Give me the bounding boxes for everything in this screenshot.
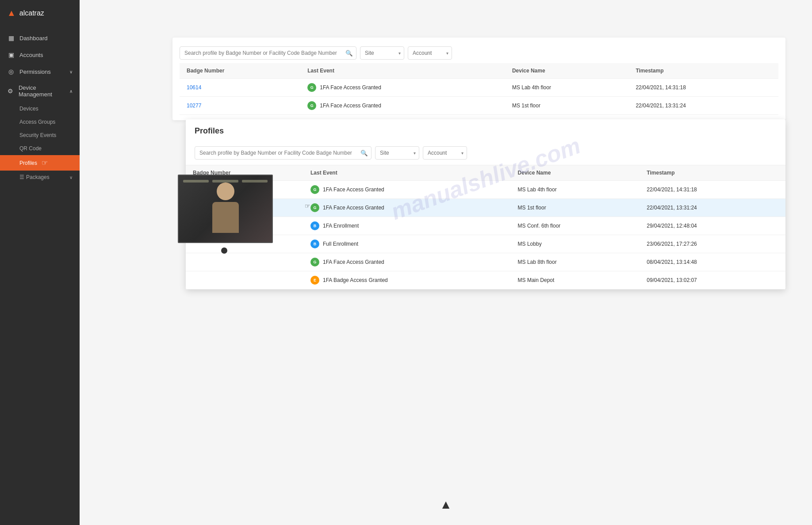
badge-link[interactable]: 10614 (187, 84, 201, 91)
event-label: 1FA Face Access Granted (323, 259, 384, 265)
bg-search-bar: 🔍 Site Account (180, 43, 778, 63)
profiles-account-select[interactable]: Account (423, 146, 467, 160)
sidebar-nav: ▦ Dashboard ▣ Accounts ◎ Permissions ∨ ⚙… (0, 26, 80, 187)
device-name: MS 1st floor (511, 199, 640, 217)
sub-item-label: Security Events (19, 132, 56, 138)
permissions-icon: ◎ (7, 68, 15, 76)
timestamp: 29/04/2021, 12:48:04 (640, 217, 785, 235)
chevron-down-icon: ∨ (69, 69, 73, 74)
sidebar-sub-packages[interactable]: ☰ Packages ∨ (0, 171, 80, 184)
chevron-down-icon: ∨ (69, 175, 73, 180)
dashboard-icon: ▦ (7, 34, 15, 42)
sub-item-label: Access Groups (19, 119, 55, 125)
video-indicator-dot (221, 247, 227, 254)
profiles-site-select[interactable]: Site (375, 146, 419, 160)
status-dot: G (307, 83, 316, 92)
table-row[interactable]: G 1FA Face Access Granted MS Lab 8th flo… (186, 253, 785, 271)
sidebar-item-accounts[interactable]: ▣ Accounts (0, 46, 80, 63)
person-head (217, 183, 234, 200)
sidebar-sub-security-events[interactable]: Security Events (0, 129, 80, 142)
event-label: 1FA Enrollment (323, 223, 359, 229)
device-name: MS Lobby (511, 235, 640, 253)
status-dot-blue: B (310, 240, 319, 248)
event-cell: G 1FA Face Access Granted (307, 101, 498, 110)
table-row[interactable]: B 1FA Enrollment MS Conf. 6th floor 29/0… (186, 217, 785, 235)
sidebar-item-label: Accounts (19, 52, 43, 58)
sidebar-item-permissions[interactable]: ◎ Permissions ∨ (0, 63, 80, 80)
event-cell: G 1FA Face Access Granted (307, 83, 498, 92)
sidebar-item-label: Dashboard (19, 35, 48, 42)
timestamp: 08/04/2021, 13:14:48 (640, 253, 785, 271)
profiles-panel: Profiles 🔍 Site Account (186, 119, 785, 289)
profiles-search-bar: 🔍 Site Account (186, 141, 785, 165)
bg-account-select[interactable]: Account (408, 46, 452, 60)
sidebar-sub-qr-code[interactable]: QR Code (0, 142, 80, 155)
sub-item-label: Packages (26, 174, 50, 180)
timestamp: 09/04/2021, 13:02:07 (640, 271, 785, 289)
event-label: 1FA Face Access Granted (323, 205, 384, 211)
table-row[interactable]: 10614 G 1FA Face Access Granted MS Lab 4… (180, 79, 778, 97)
sidebar-item-device-management[interactable]: ⚙ Device Management ∧ (0, 80, 80, 102)
device-name: MS 1st floor (505, 97, 629, 115)
status-dot-orange: E (310, 276, 319, 285)
table-row[interactable]: B Full Enrollment MS Lobby 23/06/2021, 1… (186, 235, 785, 253)
cursor-hand-icon: ☞ (305, 202, 310, 209)
table-row[interactable]: 10614 G 1FA Face Access Granted MS Lab 4… (186, 181, 785, 199)
device-name: MS Lab 4th floor (511, 181, 640, 199)
gear-icon: ⚙ (7, 87, 14, 95)
sidebar-item-dashboard[interactable]: ▦ Dashboard (0, 30, 80, 46)
light-fixture (242, 180, 268, 183)
video-frame (179, 175, 272, 242)
sidebar-sub-profiles[interactable]: Profiles ☞ (0, 155, 80, 171)
bg-table-container: Badge Number Last Event Device Name Time… (180, 63, 778, 115)
light-fixture (183, 180, 209, 183)
table-row[interactable]: E 1FA Badge Access Granted MS Main Depot… (186, 271, 785, 289)
sub-item-label: Profiles (19, 160, 37, 166)
status-dot-green: G (310, 185, 319, 194)
status-dot-green: G (310, 203, 319, 212)
background-panel: 🔍 Site Account Badge Number Last Event (172, 38, 785, 120)
device-name: MS Main Depot (511, 271, 640, 289)
bg-search-button[interactable]: 🔍 (345, 50, 353, 57)
sidebar-sub-devices[interactable]: Devices (0, 102, 80, 115)
event-label: Full Enrollment (323, 241, 358, 247)
table-row[interactable]: 10277 G 1FA Face Access Granted MS 1st f… (180, 97, 778, 115)
profiles-search-button[interactable]: 🔍 (360, 150, 368, 156)
logo-icon: ▲ (7, 8, 16, 18)
bg-col-badge: Badge Number (180, 63, 300, 79)
device-name: MS Lab 4th floor (505, 79, 629, 97)
event-cell: G 1FA Face Access Granted (310, 258, 504, 266)
bg-site-select[interactable]: Site (360, 46, 404, 60)
profiles-panel-title: Profiles (186, 119, 785, 141)
event-cell: B 1FA Enrollment (310, 221, 504, 230)
chevron-up-icon: ∧ (69, 89, 73, 94)
bg-search-input[interactable] (180, 46, 356, 60)
badge-link[interactable]: 10277 (187, 103, 201, 109)
bg-col-device: Device Name (505, 63, 629, 79)
bg-col-timestamp: Timestamp (628, 63, 778, 79)
video-thumbnail (178, 175, 273, 243)
bg-col-event: Last Event (300, 63, 505, 79)
profiles-table-container: Badge Number Last Event Device Name Time… (186, 165, 785, 289)
profiles-data-table: Badge Number Last Event Device Name Time… (186, 165, 785, 289)
bg-site-select-wrap: Site (360, 46, 404, 60)
bg-search-wrap: 🔍 (180, 46, 356, 60)
table-row[interactable]: 10277 ☞ G 1FA Face Access Granted MS 1st… (186, 199, 785, 217)
profiles-search-wrap: 🔍 (195, 146, 372, 160)
col-timestamp: Timestamp (640, 165, 785, 181)
timestamp: 22/04/2021, 14:31:18 (640, 181, 785, 199)
sidebar-item-label: Device Management (19, 84, 65, 98)
timestamp: 22/04/2021, 14:31:18 (628, 79, 778, 97)
col-event: Last Event (303, 165, 511, 181)
status-dot: G (307, 101, 316, 110)
profiles-search-input[interactable] (195, 146, 372, 160)
device-name: MS Conf. 6th floor (511, 217, 640, 235)
bg-data-table: Badge Number Last Event Device Name Time… (180, 63, 778, 115)
event-label: 1FA Face Access Granted (323, 186, 384, 193)
sidebar-sub-access-groups[interactable]: Access Groups (0, 115, 80, 129)
accounts-icon: ▣ (7, 51, 15, 59)
logo: ▲ alcatraz (0, 0, 80, 26)
device-name: MS Lab 8th floor (511, 253, 640, 271)
profiles-site-select-wrap: Site (375, 146, 419, 160)
packages-icon: ☰ (19, 174, 24, 180)
